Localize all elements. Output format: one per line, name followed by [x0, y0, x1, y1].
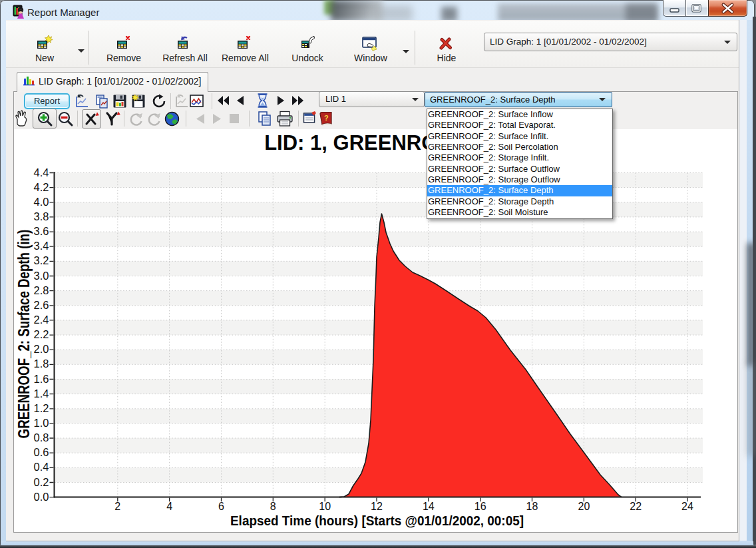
svg-text:0.8: 0.8: [34, 431, 49, 443]
svg-text:6: 6: [218, 501, 224, 512]
svg-text:10: 10: [319, 501, 331, 512]
svg-text:3.2: 3.2: [34, 254, 49, 266]
svg-text:3.0: 3.0: [34, 270, 49, 282]
svg-text:4.2: 4.2: [34, 181, 49, 193]
svg-text:4: 4: [166, 501, 172, 512]
svg-text:18: 18: [526, 501, 538, 512]
svg-text:3.8: 3.8: [34, 210, 49, 222]
svg-text:1.0: 1.0: [34, 417, 49, 429]
svg-text:16: 16: [474, 501, 486, 512]
svg-text:14: 14: [423, 501, 435, 512]
svg-text:1.8: 1.8: [34, 358, 49, 370]
svg-text:1.2: 1.2: [34, 402, 49, 414]
svg-text:8: 8: [270, 501, 276, 512]
svg-text:2.8: 2.8: [34, 284, 49, 296]
svg-text:0.2: 0.2: [34, 476, 49, 488]
svg-text:0.4: 0.4: [34, 461, 49, 473]
svg-text:12: 12: [371, 501, 383, 512]
svg-text:4.4: 4.4: [34, 166, 49, 178]
svg-text:2.4: 2.4: [34, 314, 49, 326]
svg-text:2.0: 2.0: [34, 343, 49, 355]
svg-text:24: 24: [681, 501, 693, 512]
svg-text:GREENROOF_2: Surface Depth (in: GREENROOF_2: Surface Depth (in): [15, 230, 32, 439]
svg-text:Elapsed Time (hours) [Starts @: Elapsed Time (hours) [Starts @01/01/2002…: [230, 513, 524, 528]
svg-text:?: ?: [324, 114, 329, 122]
svg-text:1.6: 1.6: [34, 373, 49, 385]
svg-text:0.6: 0.6: [34, 446, 49, 458]
svg-text:22: 22: [630, 501, 642, 512]
svg-text:20: 20: [578, 501, 590, 512]
svg-text:0.0: 0.0: [34, 491, 49, 503]
svg-text:2.2: 2.2: [34, 328, 49, 340]
svg-text:2.6: 2.6: [34, 299, 49, 311]
svg-text:3.4: 3.4: [34, 240, 49, 252]
svg-text:2: 2: [114, 501, 120, 512]
svg-text:1.4: 1.4: [34, 388, 49, 400]
svg-text:4.0: 4.0: [34, 196, 49, 208]
svg-text:3.6: 3.6: [34, 225, 49, 237]
